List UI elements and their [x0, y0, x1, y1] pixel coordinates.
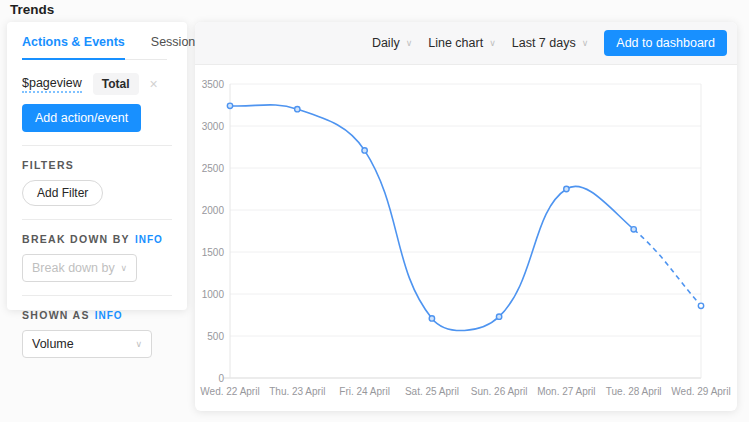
interval-dropdown-value: Daily: [372, 36, 400, 50]
trends-config-panel: Actions & Events Sessions $pageview Tota…: [7, 22, 187, 310]
y-axis-tick-label: 3500: [202, 79, 225, 90]
x-axis-tick-label: Sat. 25 April: [405, 386, 459, 397]
interval-dropdown[interactable]: Daily ∨: [372, 36, 412, 50]
breakdown-label: BREAK DOWN BYINFO: [22, 233, 172, 245]
shown-as-value: Volume: [32, 337, 74, 351]
shown-as-label-text: SHOWN AS: [22, 309, 90, 321]
y-axis-tick-label: 3000: [202, 121, 225, 132]
data-point-marker[interactable]: [496, 314, 501, 319]
data-point-marker[interactable]: [227, 103, 232, 108]
data-point-marker[interactable]: [362, 148, 367, 153]
divider: [22, 145, 172, 146]
tab-actions-events[interactable]: Actions & Events: [22, 35, 125, 60]
add-action-event-button[interactable]: Add action/event: [22, 104, 141, 132]
x-axis-tick-label: Thu. 23 April: [269, 386, 325, 397]
breakdown-label-text: BREAK DOWN BY: [22, 233, 130, 245]
data-point-marker[interactable]: [295, 107, 300, 112]
tab-sessions[interactable]: Sessions: [151, 35, 202, 59]
chevron-down-icon: ∨: [406, 38, 413, 48]
shown-as-select[interactable]: Volume ∨: [22, 330, 152, 358]
y-axis-tick-label: 2000: [202, 205, 225, 216]
shown-as-label: SHOWN ASINFO: [22, 309, 172, 321]
x-axis-tick-label: Mon. 27 April: [537, 386, 595, 397]
chart-type-dropdown[interactable]: Line chart ∨: [428, 36, 496, 50]
data-point-marker[interactable]: [429, 316, 434, 321]
x-axis-tick-label: Tue. 28 April: [606, 386, 662, 397]
x-axis-tick-label: Wed. 22 April: [200, 386, 259, 397]
date-range-dropdown-value: Last 7 days: [512, 36, 576, 50]
chevron-down-icon: ∨: [135, 339, 142, 349]
page-title: Trends: [10, 2, 54, 17]
date-range-dropdown[interactable]: Last 7 days ∨: [512, 36, 589, 50]
math-type-chip[interactable]: Total: [93, 73, 139, 95]
add-to-dashboard-button[interactable]: Add to dashboard: [604, 30, 727, 56]
trends-chart-card: Daily ∨ Line chart ∨ Last 7 days ∨ Add t…: [195, 22, 737, 411]
breakdown-placeholder: Break down by: [32, 261, 115, 275]
x-axis-tick-label: Wed. 29 April: [671, 386, 730, 397]
shown-as-info-link[interactable]: INFO: [95, 310, 123, 321]
trend-line-chart: 0500100015002000250030003500Wed. 22 Apri…: [195, 66, 737, 411]
data-point-marker[interactable]: [564, 186, 569, 191]
breakdown-select[interactable]: Break down by ∨: [22, 254, 137, 282]
breakdown-info-link[interactable]: INFO: [135, 234, 163, 245]
trend-line-solid: [230, 105, 634, 331]
event-row: $pageview Total ×: [22, 73, 172, 95]
chart-type-dropdown-value: Line chart: [428, 36, 483, 50]
y-axis-tick-label: 0: [218, 373, 224, 384]
chart-toolbar: Daily ∨ Line chart ∨ Last 7 days ∨ Add t…: [195, 22, 737, 65]
x-axis-tick-label: Fri. 24 April: [339, 386, 390, 397]
divider: [22, 295, 172, 296]
event-name[interactable]: $pageview: [22, 76, 82, 93]
y-axis-tick-label: 1000: [202, 289, 225, 300]
close-icon[interactable]: ×: [150, 77, 158, 91]
chevron-down-icon: ∨: [582, 38, 589, 48]
y-axis-tick-label: 2500: [202, 163, 225, 174]
add-filter-button[interactable]: Add Filter: [22, 180, 103, 206]
divider: [22, 219, 172, 220]
data-point-marker[interactable]: [698, 303, 703, 308]
filters-label: FILTERS: [22, 159, 172, 171]
y-axis-tick-label: 500: [207, 331, 224, 342]
x-axis-tick-label: Sun. 26 April: [471, 386, 528, 397]
chevron-down-icon: ∨: [489, 38, 496, 48]
y-axis-tick-label: 1500: [202, 247, 225, 258]
chevron-down-icon: ∨: [120, 263, 127, 273]
panel-tabs: Actions & Events Sessions: [22, 22, 167, 60]
data-point-marker[interactable]: [631, 227, 636, 232]
